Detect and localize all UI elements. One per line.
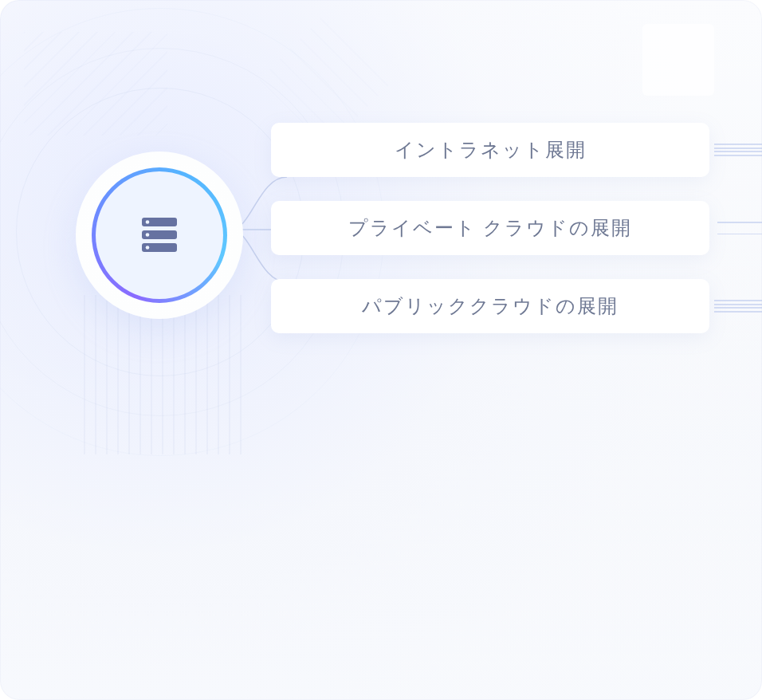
decorative-line-stub [714,144,762,156]
option-private-cloud: プライベート クラウドの展開 [271,201,709,255]
option-label: イントラネット展開 [395,137,587,163]
hub-gradient-ring [92,167,227,303]
svg-point-5 [146,246,150,250]
decorative-stripes [84,295,243,454]
deployment-diagram-card: イントラネット展開 プライベート クラウドの展開 パブリッククラウドの展開 [0,0,762,700]
option-label: パブリッククラウドの展開 [362,293,619,319]
option-label: プライベート クラウドの展開 [348,215,633,241]
option-public-cloud: パブリッククラウドの展開 [271,279,709,333]
decorative-line-stub [717,222,762,234]
server-icon [139,216,180,254]
hub-inner [96,171,223,299]
hub-circle [76,151,243,319]
decorative-line-stub [714,300,762,313]
svg-point-4 [146,233,150,237]
decorative-stripes [24,32,167,136]
decorative-block [642,24,714,96]
svg-point-3 [146,220,150,224]
option-intranet: イントラネット展開 [271,123,709,177]
deployment-options-list: イントラネット展開 プライベート クラウドの展開 パブリッククラウドの展開 [271,123,709,333]
